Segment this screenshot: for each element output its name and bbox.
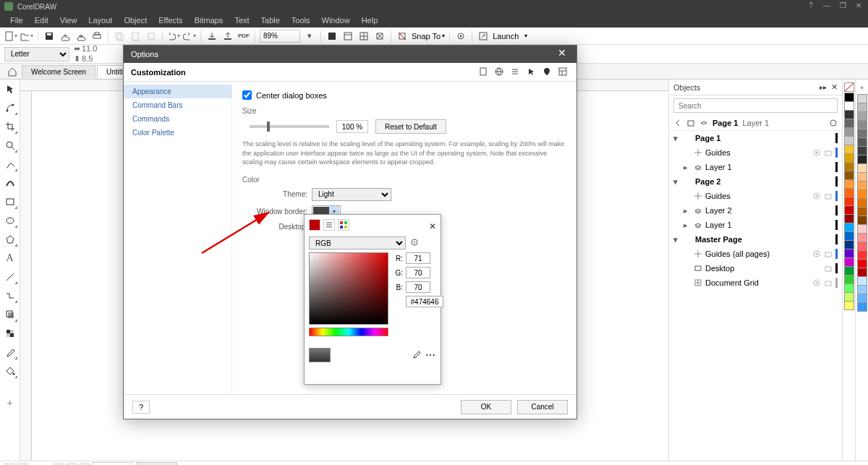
objects-options-gear-icon[interactable]	[829, 119, 838, 127]
hue-slider[interactable]	[309, 328, 388, 336]
cp-sliders-icon[interactable]	[323, 219, 335, 231]
crop-tool[interactable]	[2, 119, 18, 135]
b-input[interactable]	[406, 281, 430, 293]
zoom-tool[interactable]	[2, 137, 18, 153]
text-tool[interactable]: A	[2, 250, 18, 266]
dialog-close-button[interactable]: ✕	[555, 47, 569, 61]
new-button[interactable]	[4, 30, 17, 43]
menu-help[interactable]: Help	[356, 14, 384, 26]
welcome-tab[interactable]: Welcome Screen	[22, 65, 95, 78]
tree-row-page[interactable]: ▾Master Page	[669, 232, 842, 247]
shape-tool[interactable]	[2, 100, 18, 116]
dlg-cursor-icon[interactable]	[526, 67, 537, 78]
menu-edit[interactable]: Edit	[29, 14, 54, 26]
fullscreen-button[interactable]	[326, 30, 339, 43]
dlg-globe-icon[interactable]	[494, 67, 506, 78]
color-palette-right[interactable]	[842, 80, 855, 461]
cancel-button[interactable]: Cancel	[517, 400, 568, 414]
page-tab-1[interactable]: Page 1	[93, 462, 134, 466]
no-fill-swatch[interactable]	[844, 82, 854, 92]
guides-button[interactable]	[373, 30, 386, 43]
parallel-dim-tool[interactable]	[2, 269, 18, 285]
dialog-help-button[interactable]: ?	[132, 401, 150, 414]
docker-advance-icon[interactable]: ▸▸	[820, 83, 827, 91]
help-button[interactable]: ?	[806, 1, 816, 12]
page-tab-2[interactable]: Page 2	[136, 462, 177, 466]
more-options-icon[interactable]: ⋯	[425, 349, 436, 361]
color-swatch[interactable]	[844, 301, 854, 310]
tree-row-guides[interactable]: Guides	[669, 145, 842, 160]
menu-object[interactable]: Object	[118, 14, 153, 26]
path-page-label[interactable]: Page 1	[712, 119, 738, 127]
undo-button[interactable]	[167, 30, 180, 43]
grid-button[interactable]	[357, 30, 370, 43]
theme-select[interactable]: Light	[312, 188, 391, 201]
color-mode-select[interactable]: RGB	[309, 236, 406, 249]
open-button[interactable]	[20, 30, 33, 43]
menu-bitmaps[interactable]: Bitmaps	[189, 14, 229, 26]
dlg-layout-icon[interactable]	[558, 67, 569, 78]
color-gradient-field[interactable]	[309, 252, 388, 325]
layer-tree[interactable]: ▾Page 1Guides▸Layer 1▾Page 2Guides▸Layer…	[669, 131, 842, 461]
objects-search-input[interactable]	[673, 98, 838, 113]
path-layer-label[interactable]: Layer 1	[742, 119, 769, 127]
close-button[interactable]: ✕	[854, 1, 864, 12]
home-icon[interactable]	[4, 65, 20, 78]
docker-close-icon[interactable]: ✕	[831, 82, 838, 92]
eyedropper-tool[interactable]	[2, 344, 18, 360]
launch-icon[interactable]	[477, 30, 490, 43]
sidebar-command-bars[interactable]: Command Bars	[124, 98, 231, 112]
save-button[interactable]	[43, 30, 56, 43]
zoom-dropdown[interactable]: ▾	[303, 30, 316, 43]
page-nav-prev-icon[interactable]	[673, 119, 682, 127]
tree-row-guides[interactable]: Guides	[669, 189, 842, 203]
connector-tool[interactable]	[2, 288, 18, 304]
scale-input[interactable]	[336, 120, 368, 133]
cloud-down-button[interactable]	[75, 30, 88, 43]
tree-row-layer[interactable]: ▸Layer 1	[669, 160, 842, 174]
copy-button[interactable]	[113, 30, 126, 43]
tree-row-layer[interactable]: ▸Layer 1	[669, 218, 842, 232]
color-picker-close[interactable]: ✕	[429, 221, 436, 231]
snap-to-dropdown[interactable]: Snap To▾	[412, 32, 445, 40]
clipboard-button[interactable]	[145, 30, 158, 43]
color-picker-gear-icon[interactable]	[409, 236, 420, 248]
menu-view[interactable]: View	[54, 14, 83, 26]
dlg-list-icon[interactable]	[510, 67, 522, 78]
cloud-up-button[interactable]	[59, 30, 72, 43]
menu-layout[interactable]: Layout	[82, 14, 118, 26]
add-color-icon[interactable]: +	[857, 82, 867, 93]
rectangle-tool[interactable]	[2, 194, 18, 210]
color-palette-right-2[interactable]: +	[855, 80, 868, 461]
options-gear-button[interactable]	[454, 30, 467, 43]
tree-row-desk[interactable]: Desktop	[669, 261, 842, 276]
pick-tool[interactable]	[2, 81, 18, 97]
tree-row-grid[interactable]: Document Grid	[669, 276, 842, 290]
menu-file[interactable]: File	[4, 14, 29, 26]
dlg-doc-icon[interactable]	[478, 67, 490, 78]
page-size-select[interactable]: Letter	[4, 47, 69, 61]
sidebar-commands[interactable]: Commands	[124, 112, 231, 126]
center-dialogs-checkbox[interactable]: Center dialog boxes	[242, 90, 566, 100]
polygon-tool[interactable]	[2, 231, 18, 247]
print-button[interactable]	[90, 30, 103, 43]
redo-button[interactable]	[183, 30, 196, 43]
menu-table[interactable]: Table	[255, 14, 286, 26]
menu-window[interactable]: Window	[316, 14, 356, 26]
drop-shadow-tool[interactable]	[2, 307, 18, 323]
pdf-button[interactable]: PDF	[237, 30, 250, 43]
color-swatch[interactable]	[857, 302, 867, 312]
reset-default-button[interactable]: Reset to Default	[375, 119, 446, 134]
menu-tools[interactable]: Tools	[286, 14, 316, 26]
tree-row-guides[interactable]: Guides (all pages)	[669, 247, 842, 261]
launch-dropdown[interactable]: Launch▾	[493, 32, 527, 40]
fill-tool[interactable]	[2, 363, 18, 379]
tree-row-page[interactable]: ▾Page 1	[669, 131, 842, 145]
import-button[interactable]	[205, 30, 218, 43]
r-input[interactable]	[406, 252, 430, 264]
freehand-tool[interactable]	[2, 156, 18, 172]
tree-row-page[interactable]: ▾Page 2	[669, 174, 842, 189]
g-input[interactable]	[406, 267, 430, 278]
ellipse-tool[interactable]	[2, 213, 18, 229]
artistic-media-tool[interactable]	[2, 175, 18, 191]
